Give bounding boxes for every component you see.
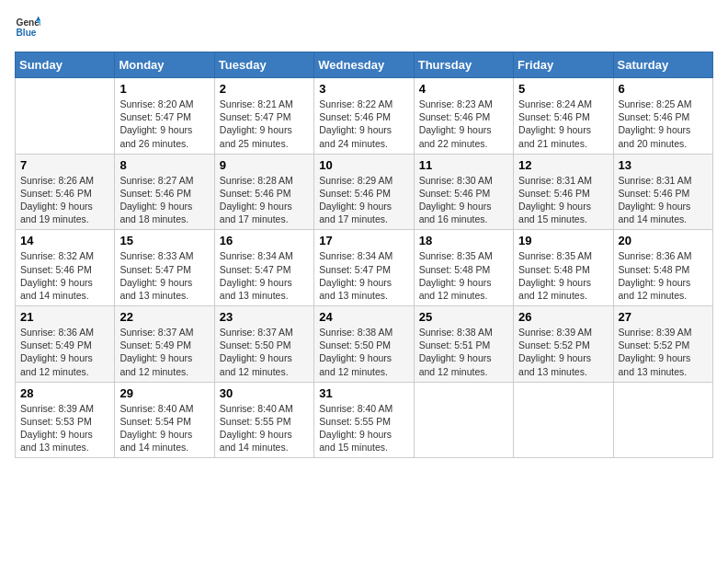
calendar-cell: 27Sunrise: 8:39 AM Sunset: 5:52 PM Dayli… (613, 306, 712, 383)
cell-details: Sunrise: 8:35 AM Sunset: 5:48 PM Dayligh… (419, 249, 508, 302)
calendar-cell: 6Sunrise: 8:25 AM Sunset: 5:46 PM Daylig… (613, 78, 712, 155)
calendar-cell: 2Sunrise: 8:21 AM Sunset: 5:47 PM Daylig… (214, 78, 313, 155)
calendar-cell: 16Sunrise: 8:34 AM Sunset: 5:47 PM Dayli… (214, 230, 313, 306)
weekday-header-friday: Friday (514, 52, 613, 78)
day-number: 18 (419, 234, 508, 247)
cell-details: Sunrise: 8:40 AM Sunset: 5:54 PM Dayligh… (119, 402, 209, 454)
calendar-cell: 7Sunrise: 8:26 AM Sunset: 5:46 PM Daylig… (16, 154, 115, 230)
calendar-cell: 11Sunrise: 8:30 AM Sunset: 5:46 PM Dayli… (414, 154, 513, 230)
cell-details: Sunrise: 8:33 AM Sunset: 5:47 PM Dayligh… (119, 249, 209, 302)
cell-details: Sunrise: 8:39 AM Sunset: 5:52 PM Dayligh… (518, 326, 608, 378)
calendar-cell: 30Sunrise: 8:40 AM Sunset: 5:55 PM Dayli… (214, 382, 313, 458)
cell-details: Sunrise: 8:32 AM Sunset: 5:46 PM Dayligh… (20, 249, 109, 302)
cell-details: Sunrise: 8:31 AM Sunset: 5:46 PM Dayligh… (518, 174, 608, 226)
calendar-cell: 8Sunrise: 8:27 AM Sunset: 5:46 PM Daylig… (115, 154, 214, 230)
logo-icon: General Blue (15, 15, 40, 40)
day-number: 20 (619, 234, 708, 247)
cell-details: Sunrise: 8:29 AM Sunset: 5:46 PM Dayligh… (319, 174, 408, 226)
calendar-cell: 3Sunrise: 8:22 AM Sunset: 5:46 PM Daylig… (314, 78, 414, 155)
calendar-cell: 15Sunrise: 8:33 AM Sunset: 5:47 PM Dayli… (115, 230, 214, 306)
cell-details: Sunrise: 8:39 AM Sunset: 5:52 PM Dayligh… (619, 326, 708, 378)
cell-details: Sunrise: 8:40 AM Sunset: 5:55 PM Dayligh… (319, 402, 408, 454)
day-number: 22 (119, 310, 209, 324)
day-number: 21 (20, 310, 109, 324)
calendar-cell: 26Sunrise: 8:39 AM Sunset: 5:52 PM Dayli… (514, 306, 613, 383)
cell-details: Sunrise: 8:28 AM Sunset: 5:46 PM Dayligh… (220, 174, 309, 226)
calendar-cell: 21Sunrise: 8:36 AM Sunset: 5:49 PM Dayli… (16, 306, 115, 383)
cell-details: Sunrise: 8:23 AM Sunset: 5:46 PM Dayligh… (419, 98, 508, 150)
calendar-cell: 24Sunrise: 8:38 AM Sunset: 5:50 PM Dayli… (314, 306, 414, 383)
day-number: 26 (518, 310, 608, 324)
calendar-cell: 31Sunrise: 8:40 AM Sunset: 5:55 PM Dayli… (314, 382, 414, 458)
cell-details: Sunrise: 8:34 AM Sunset: 5:47 PM Dayligh… (319, 249, 408, 302)
cell-details: Sunrise: 8:22 AM Sunset: 5:46 PM Dayligh… (319, 98, 408, 150)
day-number: 14 (20, 234, 109, 247)
cell-details: Sunrise: 8:37 AM Sunset: 5:49 PM Dayligh… (119, 326, 209, 378)
day-number: 8 (119, 158, 209, 172)
day-number: 30 (220, 386, 309, 400)
calendar-cell: 12Sunrise: 8:31 AM Sunset: 5:46 PM Dayli… (514, 154, 613, 230)
cell-details: Sunrise: 8:31 AM Sunset: 5:46 PM Dayligh… (619, 174, 708, 226)
weekday-header-saturday: Saturday (613, 52, 712, 78)
day-number: 31 (319, 386, 408, 400)
calendar-cell: 23Sunrise: 8:37 AM Sunset: 5:50 PM Dayli… (214, 306, 313, 383)
day-number: 16 (220, 234, 309, 247)
weekday-header-wednesday: Wednesday (314, 52, 414, 78)
calendar-cell: 17Sunrise: 8:34 AM Sunset: 5:47 PM Dayli… (314, 230, 414, 306)
calendar-cell: 10Sunrise: 8:29 AM Sunset: 5:46 PM Dayli… (314, 154, 414, 230)
calendar-cell: 9Sunrise: 8:28 AM Sunset: 5:46 PM Daylig… (214, 154, 313, 230)
page-header: General Blue (15, 15, 713, 40)
cell-details: Sunrise: 8:24 AM Sunset: 5:46 PM Dayligh… (518, 98, 608, 150)
cell-details: Sunrise: 8:25 AM Sunset: 5:46 PM Dayligh… (619, 98, 708, 150)
calendar-cell: 22Sunrise: 8:37 AM Sunset: 5:49 PM Dayli… (115, 306, 214, 383)
day-number: 6 (619, 82, 708, 96)
cell-details: Sunrise: 8:37 AM Sunset: 5:50 PM Dayligh… (220, 326, 309, 378)
day-number: 9 (220, 158, 309, 172)
logo: General Blue (15, 15, 44, 40)
day-number: 4 (419, 82, 508, 96)
day-number: 1 (119, 82, 209, 96)
day-number: 11 (419, 158, 508, 172)
calendar-cell: 29Sunrise: 8:40 AM Sunset: 5:54 PM Dayli… (115, 382, 214, 458)
cell-details: Sunrise: 8:39 AM Sunset: 5:53 PM Dayligh… (20, 402, 109, 454)
day-number: 10 (319, 158, 408, 172)
calendar-cell: 20Sunrise: 8:36 AM Sunset: 5:48 PM Dayli… (613, 230, 712, 306)
cell-details: Sunrise: 8:26 AM Sunset: 5:46 PM Dayligh… (20, 174, 109, 226)
cell-details: Sunrise: 8:20 AM Sunset: 5:47 PM Dayligh… (119, 98, 209, 150)
calendar-cell: 4Sunrise: 8:23 AM Sunset: 5:46 PM Daylig… (414, 78, 513, 155)
cell-details: Sunrise: 8:36 AM Sunset: 5:49 PM Dayligh… (20, 326, 109, 378)
cell-details: Sunrise: 8:38 AM Sunset: 5:50 PM Dayligh… (319, 326, 408, 378)
cell-details: Sunrise: 8:27 AM Sunset: 5:46 PM Dayligh… (119, 174, 209, 226)
cell-details: Sunrise: 8:34 AM Sunset: 5:47 PM Dayligh… (220, 249, 309, 302)
cell-details: Sunrise: 8:30 AM Sunset: 5:46 PM Dayligh… (419, 174, 508, 226)
day-number: 24 (319, 310, 408, 324)
cell-details: Sunrise: 8:21 AM Sunset: 5:47 PM Dayligh… (220, 98, 309, 150)
cell-details: Sunrise: 8:35 AM Sunset: 5:48 PM Dayligh… (518, 249, 608, 302)
calendar-cell: 13Sunrise: 8:31 AM Sunset: 5:46 PM Dayli… (613, 154, 712, 230)
calendar-cell (16, 78, 115, 155)
weekday-header-thursday: Thursday (414, 52, 513, 78)
day-number: 25 (419, 310, 508, 324)
day-number: 28 (20, 386, 109, 400)
day-number: 13 (619, 158, 708, 172)
calendar-cell: 1Sunrise: 8:20 AM Sunset: 5:47 PM Daylig… (115, 78, 214, 155)
calendar-cell: 18Sunrise: 8:35 AM Sunset: 5:48 PM Dayli… (414, 230, 513, 306)
calendar-cell (613, 382, 712, 458)
cell-details: Sunrise: 8:40 AM Sunset: 5:55 PM Dayligh… (220, 402, 309, 454)
weekday-header-monday: Monday (115, 52, 214, 78)
day-number: 15 (119, 234, 209, 247)
day-number: 7 (20, 158, 109, 172)
calendar-cell: 14Sunrise: 8:32 AM Sunset: 5:46 PM Dayli… (16, 230, 115, 306)
calendar-cell: 25Sunrise: 8:38 AM Sunset: 5:51 PM Dayli… (414, 306, 513, 383)
day-number: 29 (119, 386, 209, 400)
cell-details: Sunrise: 8:36 AM Sunset: 5:48 PM Dayligh… (619, 249, 708, 302)
day-number: 5 (518, 82, 608, 96)
day-number: 2 (220, 82, 309, 96)
day-number: 27 (619, 310, 708, 324)
day-number: 3 (319, 82, 408, 96)
calendar-cell: 19Sunrise: 8:35 AM Sunset: 5:48 PM Dayli… (514, 230, 613, 306)
day-number: 17 (319, 234, 408, 247)
calendar-cell: 5Sunrise: 8:24 AM Sunset: 5:46 PM Daylig… (514, 78, 613, 155)
calendar-cell: 28Sunrise: 8:39 AM Sunset: 5:53 PM Dayli… (16, 382, 115, 458)
calendar-cell (514, 382, 613, 458)
